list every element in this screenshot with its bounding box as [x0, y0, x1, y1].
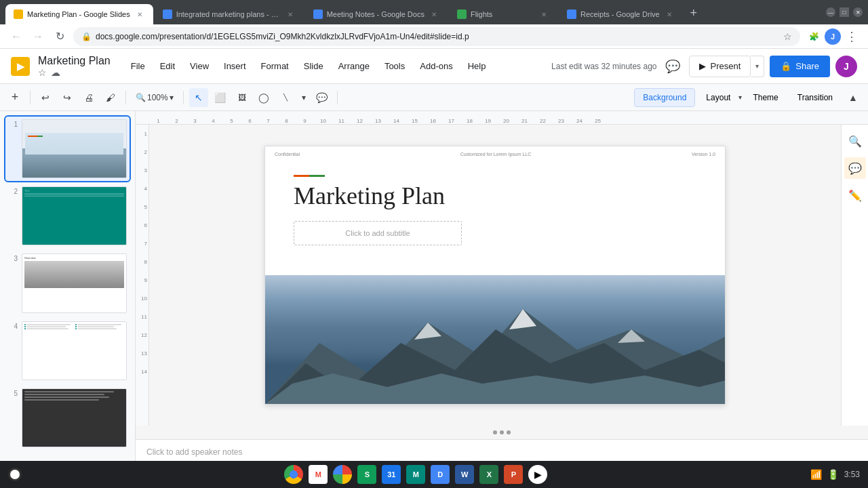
maximize-button[interactable]: □: [840, 7, 849, 17]
explore-sidebar-icon[interactable]: 🔍: [844, 130, 866, 152]
menu-slide[interactable]: Slide: [297, 58, 330, 74]
taskbar-photos-icon[interactable]: [333, 465, 352, 484]
menu-addons[interactable]: Add-ons: [413, 58, 459, 74]
bookmark-icon[interactable]: ☆: [38, 67, 47, 78]
share-button[interactable]: 🔒 Share: [770, 56, 830, 77]
refresh-button[interactable]: ↻: [52, 28, 68, 45]
left-ruler: 1 2 3 4 5 6 7 8 9 10 11 12 13 14: [136, 125, 149, 426]
title-actions: ☆ ☁: [38, 67, 111, 78]
menu-format[interactable]: Format: [254, 58, 296, 74]
taskbar-ppt-icon[interactable]: P: [504, 465, 523, 484]
line-select[interactable]: ▾: [298, 89, 310, 106]
taskbar-docs-icon[interactable]: D: [431, 465, 450, 484]
layout-dropdown-icon[interactable]: ▾: [738, 94, 742, 101]
comment-tool[interactable]: 💬: [313, 88, 332, 107]
slide-canvas-area[interactable]: Confidential Customized for Lorem Ipsum …: [149, 125, 841, 426]
taskbar-calendar-icon[interactable]: 31: [382, 465, 401, 484]
taskbar-meet-icon[interactable]: M: [406, 465, 425, 484]
present-dropdown-button[interactable]: ▾: [751, 56, 764, 77]
zoom-select[interactable]: 🔍 100% ▾: [132, 89, 178, 106]
comments-sidebar-icon[interactable]: 💬: [844, 157, 866, 179]
slide-item-2[interactable]: 2 TOC: [5, 184, 130, 248]
taskbar-excel-icon[interactable]: X: [479, 465, 498, 484]
close-button[interactable]: ✕: [853, 7, 863, 17]
paint-format-button[interactable]: 🖌: [101, 88, 120, 107]
taskbar-chrome-icon[interactable]: [284, 465, 303, 484]
slide-controls: Background Layout ▾ Theme Transition ▲: [634, 88, 863, 107]
menu-insert[interactable]: Insert: [217, 58, 253, 74]
tab-close-3[interactable]: ✕: [429, 9, 439, 20]
slide-item-3[interactable]: 3 Overview: [5, 251, 130, 315]
accent-green: [309, 175, 325, 177]
menu-edit[interactable]: Edit: [153, 58, 182, 74]
minimize-button[interactable]: —: [826, 7, 835, 17]
transition-button[interactable]: Transition: [789, 88, 841, 107]
menu-tools[interactable]: Tools: [378, 58, 412, 74]
suggestions-sidebar-icon[interactable]: ✏️: [844, 184, 866, 206]
cloud-save-icon[interactable]: ☁: [51, 67, 60, 78]
slide-item-5[interactable]: 5: [5, 386, 130, 450]
slide-item-4[interactable]: 4: [5, 319, 130, 383]
tab-title-2: Integrated marketing plans - Go...: [176, 10, 281, 18]
redo-button[interactable]: ↪: [58, 88, 77, 107]
background-button[interactable]: Background: [634, 88, 695, 107]
tab-close-1[interactable]: ✕: [134, 9, 145, 20]
taskbar-sheets-icon[interactable]: S: [357, 465, 376, 484]
theme-button[interactable]: Theme: [745, 88, 786, 107]
address-bar[interactable]: 🔒 docs.google.com/presentation/d/1EGELGS…: [73, 27, 800, 46]
slide-num-3: 3: [8, 255, 18, 312]
subtitle-placeholder[interactable]: Click to add subtitle: [294, 221, 462, 245]
taskbar-gmail-icon[interactable]: M: [309, 465, 328, 484]
menu-view[interactable]: View: [183, 58, 216, 74]
tab-close-2[interactable]: ✕: [285, 9, 296, 20]
account-button[interactable]: J: [825, 28, 841, 45]
slide-item-1[interactable]: 1 Marketing Plan: [5, 117, 130, 181]
tab-flights[interactable]: Flights ✕: [449, 4, 557, 24]
layout-button[interactable]: Layout: [698, 88, 738, 107]
menu-help[interactable]: Help: [461, 58, 493, 74]
tab-close-5[interactable]: ✕: [664, 9, 675, 20]
shape-tool[interactable]: ◯: [254, 88, 273, 107]
tab-meeting-notes[interactable]: Meeting Notes - Google Docs ✕: [305, 4, 448, 24]
image-tool[interactable]: 🖼: [233, 88, 252, 107]
add-button[interactable]: +: [5, 88, 24, 107]
ruler-numbers-top: 1 2 3 4 5 6 7 8 9 10 11 12 13 14 15 16 1: [149, 118, 607, 124]
speaker-notes-placeholder[interactable]: Click to add speaker notes: [146, 447, 242, 457]
main-slide[interactable]: Confidential Customized for Lorem Ipsum …: [264, 146, 726, 405]
new-tab-button[interactable]: +: [684, 3, 703, 22]
menu-file[interactable]: File: [124, 58, 152, 74]
taskbar-launcher-icon[interactable]: [8, 468, 22, 481]
taskbar-playstore-icon[interactable]: ▶: [528, 465, 547, 484]
collapse-toolbar-button[interactable]: ▲: [844, 88, 863, 107]
user-avatar[interactable]: J: [835, 56, 857, 77]
line-tool[interactable]: ╲: [276, 88, 295, 107]
ruler-mark-left: 1: [136, 125, 149, 143]
comments-button[interactable]: 💬: [662, 56, 684, 77]
speaker-notes-area[interactable]: Click to add speaker notes: [136, 439, 868, 464]
taskbar-word-icon[interactable]: W: [455, 465, 474, 484]
slide-page-dots: [136, 426, 868, 439]
star-icon[interactable]: ☆: [783, 31, 792, 42]
forward-button[interactable]: →: [30, 28, 46, 45]
tab-close-4[interactable]: ✕: [538, 9, 549, 20]
select-tool[interactable]: ⬜: [211, 88, 230, 107]
tab-receipts[interactable]: Receipts - Google Drive ✕: [559, 4, 683, 24]
slide-title[interactable]: Marketing Plan: [294, 182, 445, 210]
page-dot: [507, 430, 511, 434]
slides-logo-icon: ▶: [17, 61, 24, 72]
lock-icon: 🔒: [81, 32, 92, 41]
present-button[interactable]: ▶ Present: [689, 56, 751, 77]
canvas-ruler-area: 1 2 3 4 5 6 7 8 9 10 11 12 13 14 15 16 1: [136, 111, 868, 464]
back-button[interactable]: ←: [8, 28, 24, 45]
tab-integrated-marketing[interactable]: Integrated marketing plans - Go... ✕: [155, 4, 304, 24]
extensions-button[interactable]: 🧩: [806, 28, 822, 45]
right-panel: 🔍 💬 ✏️: [841, 125, 868, 426]
ruler-mark: 20: [497, 118, 515, 124]
menu-button[interactable]: ⋮: [844, 28, 860, 45]
present-label: Present: [710, 61, 741, 71]
cursor-tool[interactable]: ↖: [189, 88, 208, 107]
undo-button[interactable]: ↩: [36, 88, 55, 107]
print-button[interactable]: 🖨: [79, 88, 98, 107]
menu-arrange[interactable]: Arrange: [332, 58, 376, 74]
tab-marketing-plan[interactable]: Marketing Plan - Google Slides ✕: [5, 4, 153, 24]
